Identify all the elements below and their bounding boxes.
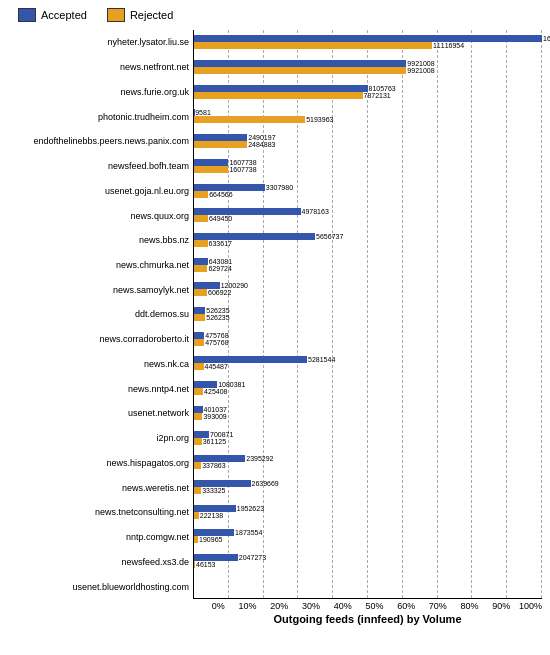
rejected-bar: 633617 [194,240,542,247]
accepted-bar-value: 16257521 [543,35,550,42]
bar-row: 99210089921008 [194,55,542,80]
accepted-bar: 5281544 [194,356,542,363]
y-label: news.hispagatos.org [8,450,193,475]
bar-row: 16077381607738 [194,154,542,179]
rejected-bar: 664566 [194,191,542,198]
y-label: news.samoylyk.net [8,277,193,302]
y-label: news.weretis.net [8,475,193,500]
accepted-bar-value: 1080381 [218,381,245,388]
bar-pair: 16077381607738 [194,159,542,173]
chart-area: nyheter.lysator.liu.senews.netfront.netn… [8,30,542,599]
rejected-bar-value: 5193963 [306,116,333,123]
x-axis-label: 20% [256,601,288,611]
x-axis-label: 30% [288,601,320,611]
y-label: news.bbs.nz [8,228,193,253]
y-label: usenet.network [8,401,193,426]
rejected-bar [194,586,542,593]
y-label: newsfeed.bofh.team [8,154,193,179]
accepted-bar-fill [194,406,203,413]
rejected-bar-fill [194,512,199,519]
bar-row: 2395292337863 [194,450,542,475]
bar-pair: 700871361125 [194,431,542,445]
y-label: ddt.demos.su [8,302,193,327]
rejected-bar-fill [194,141,247,148]
rejected-bar: 475768 [194,339,542,346]
accepted-bar-fill [194,159,228,166]
rejected-bar: 526235 [194,314,542,321]
accepted-bar [194,579,542,586]
bar-row: 204727346153 [194,549,542,574]
accepted-bar-value: 2639669 [252,480,279,487]
accepted-bar: 16257521 [194,35,542,42]
rejected-bar-value: 526235 [206,314,229,321]
rejected-bar: 1607738 [194,166,542,173]
bar-pair: 5281544445487 [194,356,542,370]
bar-row: 1080381425408 [194,376,542,401]
rejected-bar: 46153 [194,561,542,568]
bar-pair: 643081629724 [194,258,542,272]
rejected-bar: 445487 [194,363,542,370]
bar-row: 1952623222138 [194,499,542,524]
accepted-bar-fill [194,455,245,462]
bar-row: 1200290606922 [194,277,542,302]
rejected-bar-value: 629724 [208,265,231,272]
accepted-bar: 4978163 [194,208,542,215]
bar-row: 643081629724 [194,252,542,277]
y-label: nntp.comgw.net [8,525,193,550]
accepted-bar-fill [194,529,234,536]
rejected-bar-value: 606922 [208,289,231,296]
rejected-bar-fill [194,92,363,99]
y-label: newsfeed.xs3.de [8,549,193,574]
rejected-bar-fill [194,536,198,543]
bar-row: 5656737633617 [194,228,542,253]
bars-container: 1625752111116954992100899210088105763787… [194,30,542,598]
rejected-bar-fill [194,116,305,123]
rejected-bar: 337863 [194,462,542,469]
rejected-bar: 425408 [194,388,542,395]
bar-row: 5281544445487 [194,351,542,376]
rejected-bar: 606922 [194,289,542,296]
accepted-bar-fill [194,258,208,265]
legend-accepted: Accepted [18,8,87,22]
bar-pair: 2639669333325 [194,480,542,494]
bar-pair: 1080381425408 [194,381,542,395]
accepted-bar: 475768 [194,332,542,339]
legend-accepted-box [18,8,36,22]
accepted-bar-value: 5281544 [308,356,335,363]
bar-pair: 5656737633617 [194,233,542,247]
accepted-bar: 9581 [194,109,542,116]
x-axis-label: 10% [225,601,257,611]
accepted-bar-fill [194,431,209,438]
rejected-bar-fill [194,363,204,370]
accepted-bar-value: 5656737 [316,233,343,240]
accepted-bar-value: 1200290 [221,282,248,289]
x-axis-labels: 0%10%20%30%40%50%60%70%80%90%100% [193,599,542,611]
bar-pair: 95815193963 [194,109,542,123]
rejected-bar: 333325 [194,487,542,494]
rejected-bar-fill [194,67,406,74]
x-axis-label: 50% [352,601,384,611]
rejected-bar-fill [194,413,202,420]
bar-row: 24901972484883 [194,129,542,154]
rejected-bar: 5193963 [194,116,542,123]
bars-and-grid: 1625752111116954992100899210088105763787… [193,30,542,599]
accepted-bar-value: 2490197 [248,134,275,141]
accepted-bar-fill [194,208,301,215]
bar-row: 81057637872131 [194,79,542,104]
accepted-bar-value: 9921008 [407,60,434,67]
y-label: news.furie.org.uk [8,79,193,104]
accepted-bar-value: 3307980 [266,184,293,191]
bar-pair [194,579,542,593]
accepted-bar-fill [194,60,406,67]
rejected-bar-fill [194,240,208,247]
accepted-bar-value: 9581 [195,109,211,116]
rejected-bar-fill [194,191,208,198]
y-label: news.netfront.net [8,55,193,80]
accepted-bar: 1873554 [194,529,542,536]
rejected-bar-fill [194,265,207,272]
accepted-bar-fill [194,35,542,42]
rejected-bar-value: 664566 [209,191,232,198]
accepted-bar-fill [194,332,204,339]
x-axis-label: 70% [415,601,447,611]
x-axis-label: 90% [479,601,511,611]
